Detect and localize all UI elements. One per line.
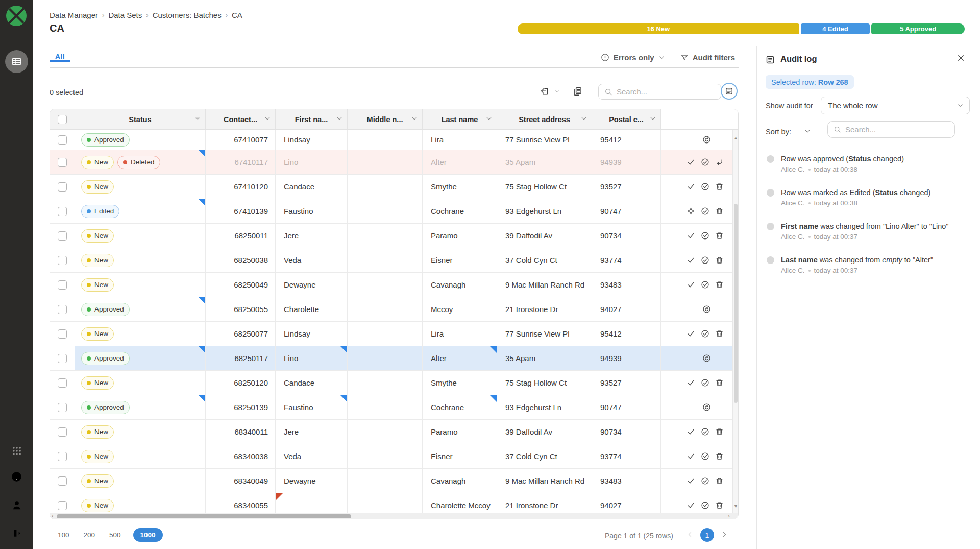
check-icon[interactable]	[687, 158, 695, 166]
horizontal-scrollbar-thumb[interactable]	[57, 514, 351, 518]
cell-middle-name[interactable]	[348, 248, 423, 272]
cell-postal-code[interactable]: 94939	[592, 346, 661, 370]
cell-last-name[interactable]: Alter	[423, 150, 497, 174]
circle-check-icon[interactable]	[701, 452, 709, 461]
cell-status[interactable]: Approved	[75, 130, 206, 150]
trash-icon[interactable]	[715, 207, 724, 216]
cell-first-name[interactable]: Lindsay	[276, 322, 348, 346]
trash-icon[interactable]	[715, 256, 724, 265]
check-icon[interactable]	[687, 476, 695, 485]
cell-middle-name[interactable]	[348, 444, 423, 468]
logout-icon[interactable]	[0, 528, 33, 539]
cell-status[interactable]: Approved	[75, 395, 206, 419]
circle-check-icon[interactable]	[701, 280, 709, 289]
row-checkbox[interactable]	[58, 501, 67, 510]
audit-search-input[interactable]	[845, 125, 949, 134]
row-checkbox[interactable]	[58, 427, 67, 437]
cell-street-address[interactable]: 93 Edgehurst Ln	[497, 395, 592, 419]
chevron-icon[interactable]	[485, 115, 493, 122]
cell-first-name[interactable]: Dewayne	[276, 469, 348, 493]
row-checkbox[interactable]	[58, 231, 67, 241]
circle-check-icon[interactable]	[701, 329, 709, 338]
cell-street-address[interactable]: 93 Edgehurst Ln	[497, 199, 592, 223]
check-icon[interactable]	[687, 329, 695, 338]
table-row[interactable]: Approved68250055CharoletteMccoy21 Ironst…	[50, 297, 738, 322]
cell-postal-code[interactable]: 93527	[592, 175, 661, 199]
cell-street-address[interactable]: 9 Mac Millan Ranch Rd	[497, 273, 592, 297]
vertical-scrollbar[interactable]: ▲ ▼	[732, 130, 738, 513]
cell-contact[interactable]: 68250077	[206, 322, 276, 346]
row-checkbox[interactable]	[58, 207, 67, 216]
cell-postal-code[interactable]: 93483	[592, 273, 661, 297]
previous-page-button[interactable]	[686, 531, 694, 538]
check-icon[interactable]	[687, 231, 695, 240]
current-page-button[interactable]: 1	[700, 528, 714, 542]
cell-first-name[interactable]: Dewayne	[276, 273, 348, 297]
cell-contact[interactable]: 68340038	[206, 444, 276, 468]
cell-postal-code[interactable]: 90734	[592, 224, 661, 248]
cell-contact[interactable]: 68340049	[206, 469, 276, 493]
cell-street-address[interactable]: 35 Apam	[497, 150, 592, 174]
page-size-100[interactable]: 100	[56, 531, 71, 539]
breadcrumb-item[interactable]: CA	[232, 11, 242, 19]
breadcrumb-item[interactable]: Data Manager	[50, 11, 98, 19]
scroll-right-icon[interactable]: ›	[728, 513, 730, 519]
cell-middle-name[interactable]	[348, 346, 423, 370]
cell-first-name[interactable]: Charolette	[276, 297, 348, 321]
chevron-icon[interactable]	[649, 115, 656, 122]
row-checkbox[interactable]	[58, 305, 67, 314]
cell-contact[interactable]: 68250055	[206, 297, 276, 321]
cell-contact[interactable]: 68250120	[206, 371, 276, 395]
app-logo-clover-icon[interactable]	[6, 5, 27, 27]
cell-middle-name[interactable]	[348, 322, 423, 346]
cell-first-name[interactable]: Lino	[276, 150, 348, 174]
cell-last-name[interactable]: Alter	[423, 346, 497, 370]
cell-last-name[interactable]: Cavanagh	[423, 273, 497, 297]
cell-status[interactable]: NewDeleted	[75, 150, 206, 174]
cell-middle-name[interactable]	[348, 150, 423, 174]
check-icon[interactable]	[687, 452, 695, 461]
row-checkbox[interactable]	[58, 452, 67, 461]
help-icon[interactable]	[0, 471, 33, 483]
row-checkbox[interactable]	[58, 403, 67, 412]
cell-contact[interactable]: 68250011	[206, 224, 276, 248]
cell-first-name[interactable]: Lino	[276, 346, 348, 370]
cell-last-name[interactable]: Lira	[423, 322, 497, 346]
cell-first-name[interactable]: Candace	[276, 371, 348, 395]
circle-check-icon[interactable]	[701, 378, 709, 387]
cell-contact[interactable]: 67410117	[206, 150, 276, 174]
cell-street-address[interactable]: 75 Stag Hollow Ct	[497, 371, 592, 395]
trash-icon[interactable]	[715, 329, 724, 338]
breadcrumb-item[interactable]: Data Sets	[108, 11, 142, 19]
column-header-status[interactable]: Status	[75, 109, 206, 129]
cell-first-name[interactable]: Jere	[276, 420, 348, 444]
cell-status[interactable]: Approved	[75, 297, 206, 321]
cell-street-address[interactable]: 77 Sunrise View Pl	[497, 322, 592, 346]
cell-middle-name[interactable]	[348, 273, 423, 297]
row-checkbox[interactable]	[58, 476, 67, 486]
cell-status[interactable]: New	[75, 175, 206, 199]
circle-check-icon[interactable]	[701, 158, 709, 166]
filter-icon[interactable]	[194, 115, 201, 122]
cell-contact[interactable]: 68250049	[206, 273, 276, 297]
row-checkbox[interactable]	[58, 135, 67, 145]
table-search[interactable]	[598, 84, 721, 100]
cell-status[interactable]: New	[75, 224, 206, 248]
cell-status[interactable]: New	[75, 248, 206, 272]
check-icon[interactable]	[687, 256, 695, 265]
cell-contact[interactable]: 68340011	[206, 420, 276, 444]
row-checkbox[interactable]	[58, 378, 67, 388]
circle-check-icon[interactable]	[701, 256, 709, 265]
cell-postal-code[interactable]: 95412	[592, 130, 661, 150]
cell-status[interactable]: Approved	[75, 346, 206, 370]
cell-middle-name[interactable]	[348, 297, 423, 321]
cell-first-name[interactable]: Jere	[276, 224, 348, 248]
next-page-button[interactable]	[721, 531, 728, 538]
audit-search[interactable]	[827, 121, 955, 138]
cell-middle-name[interactable]	[348, 371, 423, 395]
circle-check-icon[interactable]	[701, 182, 709, 191]
cell-status[interactable]: New	[75, 322, 206, 346]
trash-icon[interactable]	[715, 476, 724, 485]
circle-check-icon[interactable]	[701, 501, 709, 510]
cell-last-name[interactable]: Smythe	[423, 175, 497, 199]
